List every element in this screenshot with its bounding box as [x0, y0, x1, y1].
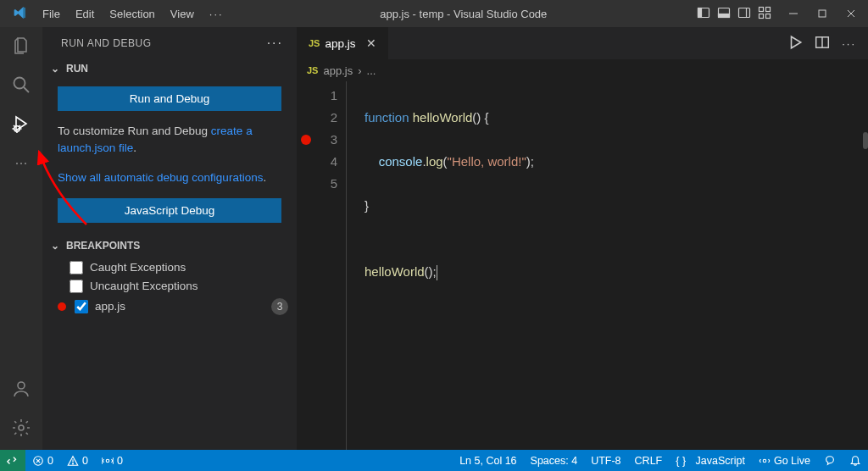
minimap-slider[interactable] [863, 132, 868, 149]
toggle-sidebar-right-icon[interactable] [737, 6, 751, 22]
tab-label: app.js [325, 37, 355, 50]
svg-line-21 [19, 125, 20, 127]
code-content[interactable]: function helloWorld() { console.log("Hel… [359, 81, 534, 450]
split-editor-icon[interactable] [815, 35, 830, 53]
menu-selection[interactable]: Selection [103, 4, 161, 24]
window-controls [783, 7, 861, 20]
chevron-down-icon: ⌄ [49, 240, 61, 252]
menu-bar: File Edit Selection View ··· [36, 4, 231, 24]
eol-status[interactable]: CRLF [628, 455, 670, 467]
svg-point-31 [106, 459, 109, 463]
breakpoint-uncaught-exceptions[interactable]: Uncaught Exceptions [47, 277, 292, 296]
section-run-label: RUN [66, 63, 88, 75]
line-numbers: 1 2 3 4 5 [315, 81, 346, 450]
javascript-debug-button[interactable]: JavaScript Debug [58, 198, 281, 223]
toggle-bottom-icon[interactable] [717, 6, 731, 22]
minimize-button[interactable] [783, 7, 804, 20]
errors-status[interactable]: 0 [25, 455, 60, 467]
svg-rect-9 [766, 14, 771, 18]
svg-rect-1 [698, 8, 702, 17]
run-file-icon[interactable] [787, 35, 803, 53]
breadcrumbs[interactable]: JS app.js › ... [297, 59, 868, 81]
svg-point-30 [72, 463, 73, 463]
js-file-icon: JS [307, 65, 318, 75]
svg-rect-11 [819, 10, 826, 17]
encoding-status[interactable]: UTF-8 [584, 455, 627, 467]
caught-exceptions-checkbox[interactable] [70, 261, 83, 274]
explorer-icon[interactable] [9, 34, 33, 58]
run-debug-sidebar: RUN AND DEBUG ··· ⌄ RUN Run and Debug To… [42, 27, 297, 450]
js-file-icon: JS [309, 38, 320, 48]
editor-group: JS app.js ✕ ··· JS app.js › ... 1 [297, 27, 868, 450]
breakpoint-caught-exceptions[interactable]: Caught Exceptions [47, 258, 292, 277]
code-editor[interactable]: 1 2 3 4 5 function helloWorld() { consol… [297, 81, 868, 450]
breadcrumb-file[interactable]: app.js [323, 64, 353, 77]
menu-file[interactable]: File [36, 4, 67, 24]
breakpoint-marker-icon[interactable] [301, 135, 311, 145]
vscode-logo-icon [14, 6, 29, 21]
warnings-status[interactable]: 0 [60, 455, 95, 467]
svg-point-32 [763, 459, 766, 463]
remote-indicator[interactable] [0, 450, 25, 471]
text-cursor [437, 265, 437, 280]
uncaught-exceptions-checkbox[interactable] [70, 280, 83, 293]
title-bar: File Edit Selection View ··· app.js - te… [0, 0, 868, 27]
breakpoint-gutter[interactable] [297, 81, 315, 450]
ports-status[interactable]: 0 [95, 455, 130, 467]
go-live-button[interactable]: Go Live [752, 455, 817, 467]
accounts-icon[interactable] [9, 377, 33, 401]
editor-more-icon[interactable]: ··· [842, 37, 856, 50]
tab-close-icon[interactable]: ✕ [366, 36, 376, 50]
editor-tabs: JS app.js ✕ ··· [297, 27, 868, 59]
breakpoint-file-appjs[interactable]: app.js 3 [47, 296, 292, 318]
menu-overflow[interactable]: ··· [203, 4, 231, 24]
run-debug-icon[interactable] [9, 112, 33, 136]
status-bar: 0 0 0 Ln 5, Col 16 Spaces: 4 UTF-8 CRLF … [0, 450, 868, 471]
maximize-button[interactable] [812, 7, 832, 20]
search-icon[interactable] [9, 73, 33, 97]
cursor-position[interactable]: Ln 5, Col 16 [453, 455, 523, 467]
section-breakpoints-label: BREAKPOINTS [66, 240, 140, 252]
close-button[interactable] [841, 7, 861, 20]
svg-rect-7 [766, 7, 771, 11]
indentation-status[interactable]: Spaces: 4 [524, 455, 585, 467]
layout-controls [697, 6, 771, 22]
feedback-icon[interactable] [817, 455, 843, 467]
svg-point-23 [19, 425, 24, 430]
sidebar-more-icon[interactable]: ··· [267, 36, 283, 51]
show-all-configs-link[interactable]: Show all automatic debug configurations [58, 171, 263, 184]
menu-view[interactable]: View [164, 4, 201, 24]
svg-line-15 [24, 87, 29, 92]
section-run-header[interactable]: ⌄ RUN [42, 58, 297, 80]
breakpoint-line-badge: 3 [271, 298, 288, 315]
chevron-down-icon: ⌄ [49, 63, 61, 75]
bp-label: Uncaught Exceptions [90, 280, 198, 292]
activity-bar: ··· [0, 27, 42, 450]
activity-overflow-icon[interactable]: ··· [9, 151, 33, 175]
settings-gear-icon[interactable] [9, 416, 33, 440]
language-mode[interactable]: { } JavaScript [669, 455, 752, 467]
bp-label: Caught Exceptions [90, 261, 186, 274]
breadcrumb-rest[interactable]: ... [367, 64, 376, 77]
toggle-panel-icon[interactable] [697, 6, 710, 22]
sidebar-title: RUN AND DEBUG [61, 37, 152, 49]
show-all-text: Show all automatic debug configurations. [58, 169, 281, 186]
svg-point-14 [14, 78, 25, 89]
section-breakpoints-header[interactable]: ⌄ BREAKPOINTS [42, 235, 297, 257]
customize-layout-icon[interactable] [758, 6, 771, 22]
svg-rect-8 [760, 14, 764, 18]
customize-text: To customize Run and Debug create a laun… [58, 123, 281, 158]
appjs-breakpoint-checkbox[interactable] [75, 300, 88, 313]
svg-rect-4 [739, 8, 750, 17]
svg-line-20 [14, 125, 15, 127]
run-and-debug-button[interactable]: Run and Debug [58, 86, 281, 111]
svg-point-22 [18, 382, 25, 389]
menu-edit[interactable]: Edit [69, 4, 101, 24]
tab-appjs[interactable]: JS app.js ✕ [297, 27, 389, 59]
breakpoint-dot-icon [58, 302, 66, 311]
minimap[interactable] [860, 81, 868, 450]
svg-rect-6 [760, 7, 764, 11]
svg-rect-3 [719, 14, 730, 17]
breadcrumb-separator: › [358, 64, 361, 77]
notifications-icon[interactable] [843, 455, 868, 467]
